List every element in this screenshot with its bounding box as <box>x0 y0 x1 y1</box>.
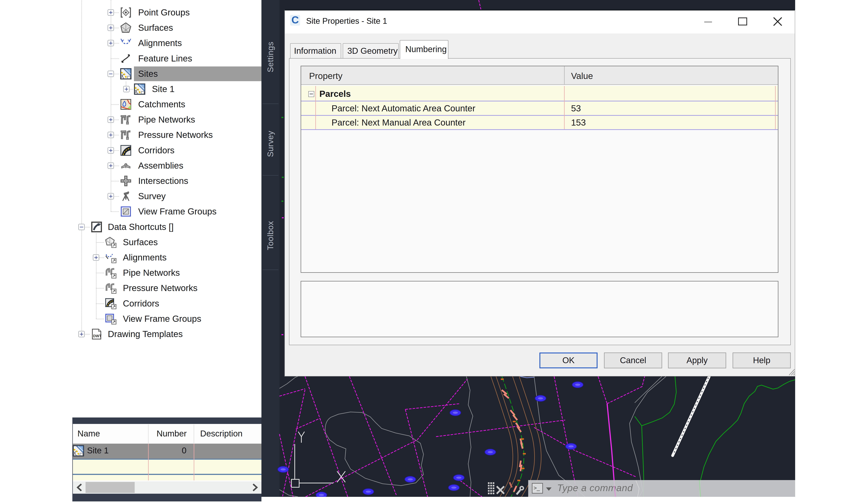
svg-text:DWT: DWT <box>93 334 102 338</box>
